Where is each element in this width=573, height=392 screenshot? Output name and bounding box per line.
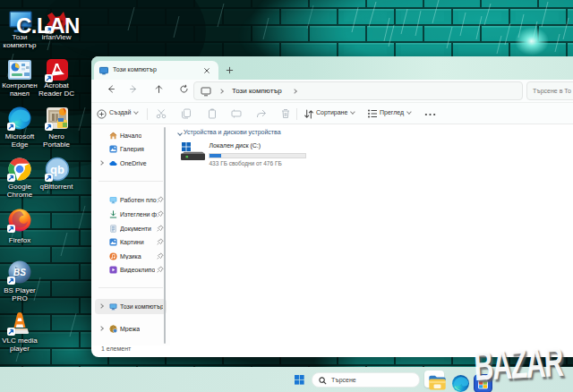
svg-text:BS: BS — [13, 268, 26, 277]
